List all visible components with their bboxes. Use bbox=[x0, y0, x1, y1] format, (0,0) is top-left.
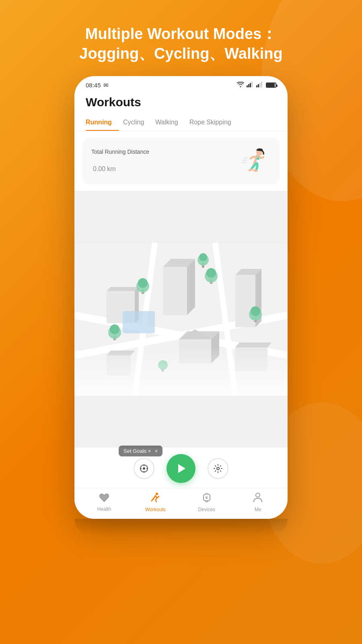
svg-point-37 bbox=[206, 268, 216, 278]
svg-rect-6 bbox=[259, 83, 261, 87]
headline-line1: Multiple Workout Modes： bbox=[79, 24, 282, 44]
phone-frame: 08:45 ✉ bbox=[74, 76, 288, 519]
svg-point-40 bbox=[110, 324, 119, 334]
nav-label-health: Health bbox=[97, 506, 111, 512]
svg-marker-57 bbox=[178, 464, 185, 473]
map-area bbox=[74, 191, 288, 448]
svg-rect-15 bbox=[163, 267, 187, 315]
nav-label-workouts: Workouts bbox=[145, 507, 165, 512]
set-goals-bubble[interactable]: Set Goals × bbox=[119, 446, 162, 456]
svg-rect-1 bbox=[248, 84, 249, 87]
svg-marker-31 bbox=[235, 343, 272, 347]
stats-info: Total Running Distance 0.00km bbox=[91, 149, 149, 173]
workout-tabs: Running Cycling Walking Rope Skipping bbox=[74, 112, 288, 131]
svg-point-46 bbox=[199, 253, 207, 261]
promo-headline: Multiple Workout Modes： Jogging、Cycling、… bbox=[55, 24, 306, 64]
status-bar: 08:45 ✉ bbox=[74, 76, 288, 91]
headline-line2: Jogging、Cycling、Walking bbox=[79, 44, 282, 64]
svg-marker-19 bbox=[107, 287, 139, 291]
svg-rect-62 bbox=[205, 501, 208, 502]
svg-marker-17 bbox=[187, 259, 195, 315]
tab-walking[interactable]: Walking bbox=[155, 116, 185, 131]
wifi-icon bbox=[237, 82, 244, 89]
nav-item-me[interactable]: Me bbox=[232, 492, 284, 512]
stats-card: Total Running Distance 0.00km bbox=[82, 138, 280, 184]
bottom-navigation: Health Workouts bbox=[74, 488, 288, 519]
runner-illustration bbox=[239, 145, 271, 177]
svg-rect-3 bbox=[251, 82, 253, 87]
play-button[interactable] bbox=[167, 454, 195, 483]
svg-point-43 bbox=[251, 306, 260, 316]
status-time: 08:45 bbox=[86, 82, 101, 89]
svg-point-52 bbox=[143, 467, 145, 470]
settings-icon bbox=[213, 464, 223, 473]
location-icon bbox=[139, 464, 149, 473]
heart-icon bbox=[99, 493, 109, 505]
svg-rect-2 bbox=[250, 83, 251, 87]
run-icon bbox=[150, 492, 160, 505]
stats-label: Total Running Distance bbox=[91, 149, 149, 155]
app-header: Workouts bbox=[74, 91, 288, 112]
nav-item-workouts[interactable]: Workouts bbox=[130, 492, 181, 512]
nav-item-devices[interactable]: Devices bbox=[181, 492, 232, 512]
phone-reflection bbox=[74, 519, 288, 535]
svg-rect-50 bbox=[74, 347, 288, 396]
play-icon bbox=[175, 462, 187, 475]
nav-item-health[interactable]: Health bbox=[78, 493, 130, 512]
svg-point-66 bbox=[256, 493, 260, 497]
tab-running[interactable]: Running bbox=[86, 116, 119, 131]
svg-rect-49 bbox=[123, 311, 155, 333]
svg-rect-5 bbox=[258, 84, 259, 87]
svg-point-59 bbox=[156, 493, 158, 495]
nav-label-devices: Devices bbox=[198, 507, 215, 512]
settings-button[interactable] bbox=[208, 458, 228, 479]
close-bubble-icon[interactable]: × bbox=[148, 448, 151, 454]
battery-icon bbox=[266, 83, 276, 88]
page-title: Workouts bbox=[86, 95, 276, 109]
svg-point-58 bbox=[217, 467, 219, 470]
svg-rect-0 bbox=[247, 85, 248, 87]
svg-point-34 bbox=[138, 278, 148, 288]
watch-icon bbox=[202, 492, 211, 505]
signal2-icon bbox=[256, 82, 263, 89]
status-right bbox=[237, 82, 276, 89]
signal-icon bbox=[247, 82, 254, 89]
mail-icon: ✉ bbox=[103, 82, 109, 89]
person-icon bbox=[253, 492, 263, 505]
status-left: 08:45 ✉ bbox=[86, 82, 109, 89]
nav-label-me: Me bbox=[255, 507, 261, 512]
tab-cycling[interactable]: Cycling bbox=[123, 116, 151, 131]
stats-value: 0.00km bbox=[91, 157, 149, 173]
workout-controls: Set Goals × bbox=[74, 448, 288, 488]
location-button[interactable] bbox=[134, 458, 154, 479]
tab-rope-skipping[interactable]: Rope Skipping bbox=[189, 116, 239, 131]
svg-rect-7 bbox=[261, 82, 262, 87]
svg-rect-61 bbox=[205, 493, 208, 495]
svg-rect-4 bbox=[256, 85, 257, 87]
